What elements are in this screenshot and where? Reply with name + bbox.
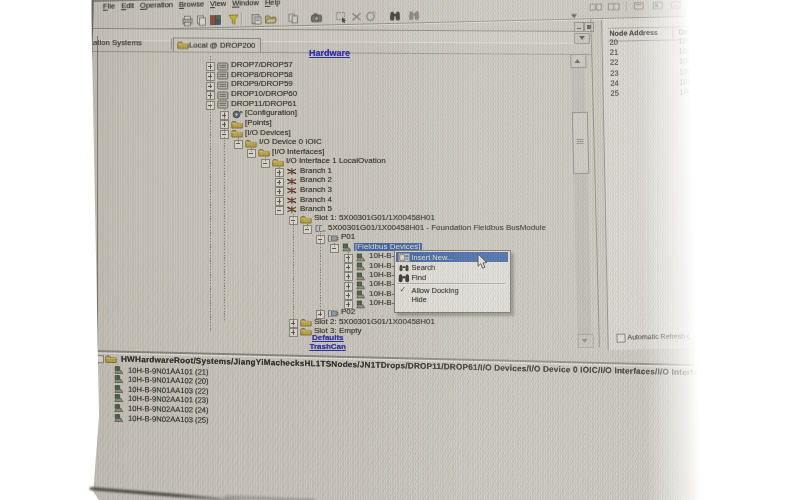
- menu-item-label: Insert New...: [412, 253, 454, 262]
- fbdev-icon: [113, 365, 125, 374]
- binoculars-icon: [398, 263, 410, 272]
- menu-item-find[interactable]: Find: [396, 272, 508, 282]
- scrollbar-up-button[interactable]: [570, 54, 586, 68]
- checkmark-icon: ✓: [400, 285, 407, 294]
- fbdev-icon: [113, 384, 125, 393]
- insert-new-icon: [398, 253, 410, 262]
- menu-item-hide[interactable]: Hide: [396, 295, 508, 305]
- mouse-cursor: [477, 254, 489, 271]
- photo-white-margin-right: [635, 0, 800, 500]
- fbdev-icon: [113, 403, 125, 412]
- fbdev-icon: [113, 413, 125, 422]
- photo-of-screen: Node Address Device 2010H-B-9N01AA102211…: [0, 0, 800, 500]
- scrollbar-down-button[interactable]: [578, 334, 594, 348]
- fbdev-icon: [113, 394, 125, 403]
- binoculars-big-icon: [398, 273, 410, 282]
- scrollbar-thumb[interactable]: [572, 112, 590, 174]
- menu-item-allow-docking[interactable]: ✓Allow Docking: [396, 285, 508, 295]
- menu-item-label: Hide: [412, 295, 427, 304]
- device-list-label: 10H-B-9N02AA103 (25): [128, 413, 209, 424]
- decor: [577, 141, 584, 142]
- menu-separator: [398, 283, 505, 284]
- menu-item-label: Allow Docking: [412, 286, 459, 295]
- arrow-down-icon: [582, 338, 588, 342]
- menu-item-label: Search: [412, 263, 436, 272]
- tree-pane-right-border: [590, 18, 600, 348]
- photo-white-margin-left: [0, 0, 106, 500]
- menu-item-insert-new[interactable]: Insert New...: [396, 252, 508, 262]
- menu-item-label: Find: [412, 273, 427, 282]
- context-menu: Insert New...SearchFind✓Allow DockingHid…: [394, 250, 511, 313]
- fbdev-icon: [113, 375, 125, 384]
- folder-icon: [105, 354, 117, 363]
- menu-item-search[interactable]: Search: [396, 263, 508, 273]
- arrow-up-icon: [574, 58, 580, 62]
- scrollbar-track[interactable]: [570, 54, 592, 346]
